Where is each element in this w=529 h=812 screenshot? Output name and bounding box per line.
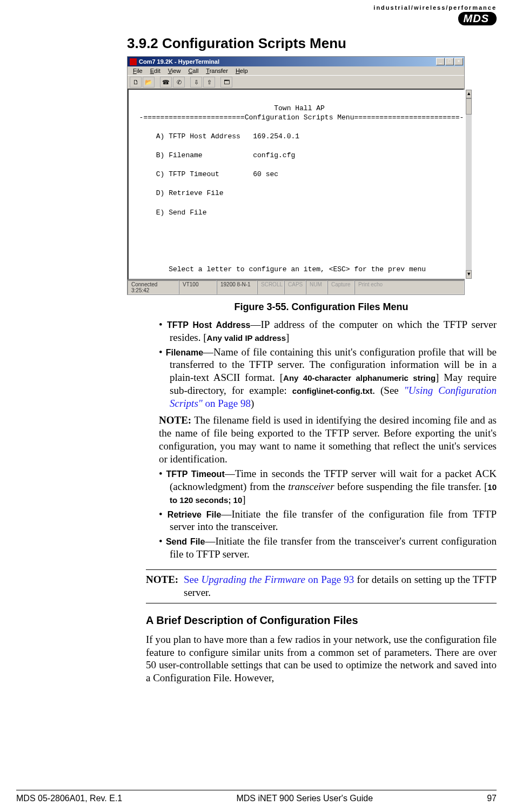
footer-page-number: 97	[487, 794, 497, 803]
scroll-down-icon[interactable]: ▼	[466, 270, 472, 279]
section-heading: 3.9.2 Configuration Scripts Menu	[127, 35, 497, 52]
toolbar: 🗋 📂 ☎ ✆ ⇩ ⇧ 🗔	[128, 75, 464, 89]
status-caps: CAPS	[284, 280, 306, 294]
footer-doc-title: MDS iNET 900 Series User's Guide	[236, 794, 373, 803]
note-body: See Upgrading the Firmware on Page 93 fo…	[184, 573, 497, 600]
minimize-button[interactable]: _	[436, 58, 445, 65]
bullet-tftp-host: TFTP Host Address—IP address of the comp…	[159, 318, 497, 344]
status-connected: Connected 3:25:42	[128, 280, 179, 294]
status-baud: 19200 8-N-1	[217, 280, 257, 294]
statusbar: Connected 3:25:42 VT100 19200 8-N-1 SCRO…	[128, 280, 464, 294]
window-title: Com7 19.2K - HyperTerminal	[139, 58, 219, 65]
menu-call[interactable]: Call	[185, 67, 202, 75]
status-echo: Print echo	[354, 280, 464, 294]
header-tagline: industrial/wireless/performance	[0, 4, 497, 11]
mds-logo: MDS	[458, 12, 497, 25]
window-titlebar: Com7 19.2K - HyperTerminal _ □ ×	[128, 57, 464, 66]
terminal-output: Town Hall AP -========================Co…	[129, 90, 466, 279]
bullet-retrieve: Retrieve File—Initiate the file transfer…	[159, 508, 497, 534]
brief-description-heading: A Brief Description of Configuration Fil…	[146, 614, 497, 627]
note-section: NOTE: See Upgrading the Firmware on Page…	[146, 569, 497, 603]
app-icon	[130, 58, 137, 65]
toolbar-receive-icon[interactable]: ⇧	[203, 77, 215, 88]
field-description-list: TFTP Host Address—IP address of the comp…	[159, 318, 497, 410]
section-title-text: Configuration Scripts Menu	[162, 35, 346, 51]
scrollbar[interactable]: ▲ ▼	[466, 90, 472, 279]
status-scroll: SCROLL	[257, 280, 284, 294]
scroll-up-icon[interactable]: ▲	[466, 90, 472, 98]
brief-description-para: If you plan to have more than a few radi…	[146, 633, 497, 685]
bullet-send: Send File—Initiate the file transfer fro…	[159, 535, 497, 561]
hyperterminal-window: Com7 19.2K - HyperTerminal _ □ × File Ed…	[127, 56, 465, 295]
toolbar-new-icon[interactable]: 🗋	[130, 77, 142, 88]
toolbar-open-icon[interactable]: 📂	[143, 77, 155, 88]
toolbar-connect-icon[interactable]: ☎	[160, 77, 172, 88]
note-label: NOTE:	[146, 573, 184, 600]
bullet-timeout: TFTP Timeout—Time in seconds the TFTP se…	[159, 467, 497, 506]
status-num: NUM	[306, 280, 327, 294]
figure-caption: Figure 3-55. Configuration Files Menu	[146, 301, 497, 313]
toolbar-disconnect-icon[interactable]: ✆	[173, 77, 185, 88]
page-footer: MDS 05-2806A01, Rev. E.1 MDS iNET 900 Se…	[16, 790, 497, 803]
filename-note: NOTE: The filename field is used in iden…	[159, 414, 497, 465]
status-terminal-type: VT100	[179, 280, 217, 294]
menu-file[interactable]: File	[130, 67, 146, 75]
menu-edit[interactable]: Edit	[147, 67, 164, 75]
close-button[interactable]: ×	[454, 58, 463, 65]
menubar: File Edit View Call Transfer Help	[128, 66, 464, 75]
footer-doc-rev: MDS 05-2806A01, Rev. E.1	[16, 794, 122, 803]
menu-view[interactable]: View	[165, 67, 184, 75]
scroll-thumb[interactable]	[466, 98, 472, 115]
link-upgrading-firmware[interactable]: Upgrading the Firmware	[202, 574, 308, 585]
menu-transfer[interactable]: Transfer	[203, 67, 231, 75]
field-description-list-2: TFTP Timeout—Time in seconds the TFTP se…	[159, 467, 497, 560]
status-capture: Capture	[327, 280, 354, 294]
toolbar-send-icon[interactable]: ⇩	[190, 77, 202, 88]
bullet-filename: Filename—Name of file containing this un…	[159, 346, 497, 410]
toolbar-properties-icon[interactable]: 🗔	[220, 77, 232, 88]
maximize-button[interactable]: □	[445, 58, 454, 65]
section-number: 3.9.2	[127, 35, 158, 51]
menu-help[interactable]: Help	[232, 67, 251, 75]
